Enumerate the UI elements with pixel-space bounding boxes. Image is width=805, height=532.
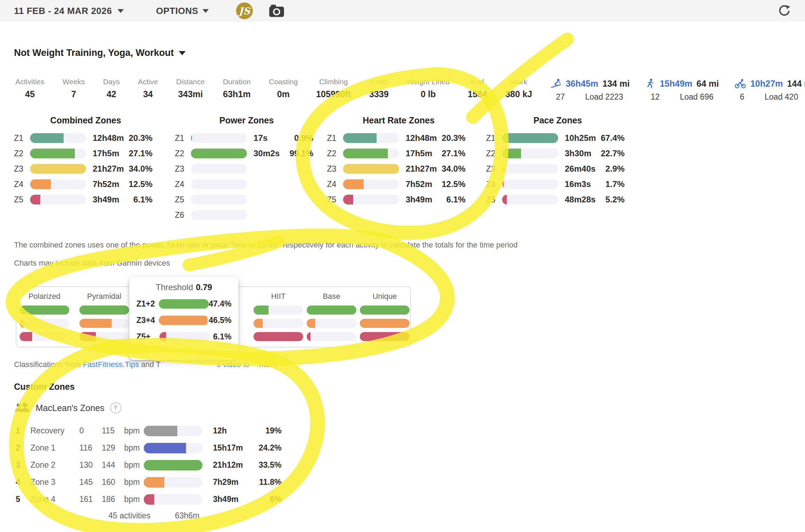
- zone-label: Z5: [14, 195, 30, 204]
- zone-bar-fill: [502, 164, 504, 174]
- zone-name: Zone 1: [30, 443, 79, 453]
- zone-time: 17s: [247, 133, 288, 143]
- app-logo[interactable]: JS: [236, 2, 253, 19]
- zone-bar-track: [343, 195, 399, 204]
- zone-bar-track: [191, 133, 247, 143]
- zone-time: 48m28s: [558, 195, 599, 204]
- zone-percent: 1.7%: [599, 179, 629, 189]
- mini-bar-fill: [20, 319, 23, 328]
- activity-filter-selector[interactable]: Not Weight Training, Yoga, Workout: [14, 48, 186, 58]
- zone-bar-fill: [144, 477, 164, 488]
- zone-percent: 24.2%: [244, 443, 282, 453]
- zone-time: 16m3s: [558, 179, 599, 189]
- zone-unit: bpm: [124, 443, 144, 453]
- stat-item: Weeks 7: [63, 78, 85, 99]
- run-load: Load 696: [680, 92, 713, 102]
- zone-bar-fill: [343, 164, 399, 174]
- stat-label: Work: [510, 78, 527, 86]
- stat-label: Activities: [15, 78, 44, 86]
- zone-percent: 11.8%: [244, 477, 282, 487]
- stat-value: 34: [143, 89, 153, 99]
- stat-label: Weeks: [63, 78, 85, 86]
- threshold-title: Threshold0.79: [136, 282, 231, 292]
- table-row: 5 Zone 4 161 186 bpm 3h49m 6%: [16, 491, 282, 508]
- zone-bar-track: [30, 133, 86, 143]
- stat-value: 45: [25, 89, 35, 99]
- mini-bar-fill: [360, 332, 409, 341]
- zone-label: Z2: [486, 149, 502, 158]
- zone-percent: 12.5%: [127, 179, 157, 189]
- sport-summary-ski: 36h45m 134 mi 27 Load 2223: [550, 78, 630, 102]
- run-icon: [645, 78, 656, 89]
- threshold-zone-row: Z3+4 46.5%: [136, 316, 231, 325]
- zone-time: 17h5m: [399, 149, 440, 158]
- stat-value: 3339: [369, 89, 389, 99]
- zone-row: Z1 12h48m 20.3%: [14, 133, 157, 143]
- stat-label: Days: [103, 78, 120, 86]
- options-menu-button[interactable]: OPTIONS: [156, 6, 209, 16]
- zone-label: Z3: [175, 164, 191, 174]
- date-range-selector[interactable]: 11 FEB - 24 MAR 2026: [14, 6, 124, 16]
- duration-total: 63h6m: [175, 511, 199, 520]
- zone-percent: 22.7%: [599, 149, 629, 158]
- zone-row: Z4 7h52m 12.5%: [14, 179, 157, 189]
- classifications-footer: Classifications from FastFitness.Tips an…: [14, 360, 277, 369]
- zone-percent: 27.1%: [440, 149, 470, 158]
- custom-zones-header: MacLean's Zones ?: [15, 402, 121, 414]
- stat-item: Active 34: [138, 78, 158, 99]
- stat-item: Weight Lifted 0 lb: [407, 78, 449, 99]
- stat-label: Climbing: [319, 78, 348, 86]
- zone-bar-track: [343, 179, 399, 189]
- zone-label: Z6: [175, 210, 191, 220]
- zone-row: Z3: [175, 164, 318, 174]
- zone-bar-fill: [343, 195, 353, 204]
- stat-item: Climbing 105990ft: [316, 78, 351, 99]
- help-icon[interactable]: ?: [110, 402, 121, 414]
- mini-bar-track: [20, 332, 69, 341]
- zone-bar-fill: [30, 164, 86, 174]
- zone-name: Recovery: [30, 426, 79, 436]
- threshold-bar-track: [159, 299, 208, 309]
- threshold-popup-card[interactable]: Threshold0.79 Z1+2 47.4% Z3+4 46.5% Z5+: [129, 277, 238, 360]
- zone-row: Z2 17h5m 27.1%: [14, 149, 157, 158]
- stat-item: kcal 1584: [468, 78, 487, 99]
- classification-card[interactable]: Base: [307, 292, 356, 345]
- zone-row: Z3 21h27m 34.0%: [327, 164, 470, 174]
- zone-bar-track: [30, 195, 86, 204]
- classification-card[interactable]: HIIT: [254, 292, 303, 345]
- zone-row: Z5 3h49m 6.1%: [327, 195, 470, 204]
- zone-time: 10h25m: [558, 133, 599, 143]
- camera-icon: [269, 4, 284, 17]
- zone-time: 15h17m: [202, 443, 244, 453]
- zone-row: Z5 48m28s 5.2%: [486, 195, 629, 204]
- refresh-button[interactable]: [778, 4, 791, 17]
- zone-row: Z4 16m3s 1.7%: [486, 179, 629, 189]
- refresh-icon: [778, 4, 791, 17]
- zone-bar-fill: [144, 443, 186, 453]
- zone-index: 1: [16, 426, 30, 436]
- video-link[interactable]: s video to: [216, 360, 249, 369]
- mini-bar-track: [360, 332, 409, 341]
- zone-row: Z1 17s 0.9%: [175, 133, 318, 143]
- stat-item: Coasting 0m: [269, 78, 298, 99]
- zone-bar-track: [502, 179, 558, 189]
- zone-bar-track: [502, 195, 558, 204]
- classification-card[interactable]: Pyramidal: [79, 292, 129, 345]
- stat-item: Duration 63h1m: [223, 78, 250, 99]
- ski-icon: [550, 78, 562, 89]
- zone-time: 7h52m: [399, 179, 440, 189]
- zone-label: Z2: [14, 149, 30, 158]
- zone-to-bpm: 144: [102, 460, 124, 470]
- classification-card[interactable]: Unique: [360, 292, 409, 345]
- zone-row: Z3 26m40s 2.9%: [486, 164, 629, 174]
- zone-row: Z3 21h27m 34.0%: [14, 164, 157, 174]
- zone-row: Z5: [175, 195, 318, 204]
- classification-card[interactable]: Polarized: [20, 292, 69, 345]
- ski-load: Load 2223: [585, 92, 623, 102]
- classification-card-label: HIIT: [271, 292, 286, 301]
- screenshot-camera-button[interactable]: [269, 4, 284, 17]
- fastfitness-link[interactable]: FastFitness.Tips: [83, 360, 139, 369]
- table-row: 1 Recovery 0 115 bpm 12h 19%: [16, 422, 282, 439]
- zone-unit: bpm: [124, 460, 144, 470]
- zone-bar-track: [191, 164, 247, 174]
